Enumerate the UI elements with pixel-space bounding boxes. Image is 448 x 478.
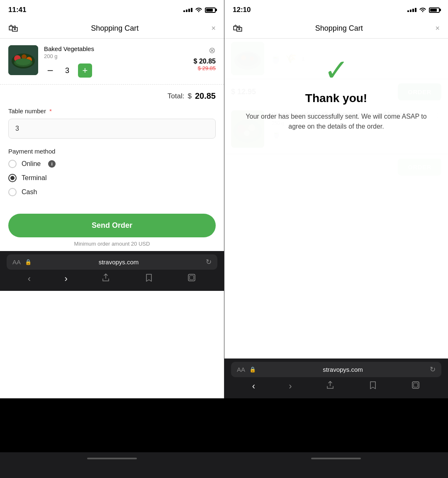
payment-online-label: Online: [22, 160, 41, 168]
home-indicator-right: [224, 452, 448, 465]
battery-icon: [205, 7, 216, 13]
table-number-input[interactable]: [8, 119, 216, 139]
svg-rect-21: [414, 383, 418, 387]
nav-share-left[interactable]: [101, 273, 110, 285]
nav-share-right[interactable]: [326, 380, 335, 392]
url-text-right[interactable]: stravopys.com: [260, 366, 426, 373]
item-thumbnail: [8, 45, 38, 75]
total-currency: $: [187, 92, 191, 100]
thank-you-title: Thank you!: [305, 92, 367, 105]
send-order-button[interactable]: Send Order: [8, 214, 216, 237]
item-weight: 200 g: [44, 53, 188, 59]
status-icons-right: [407, 7, 440, 13]
nav-forward-left[interactable]: ›: [65, 273, 68, 284]
nav-forward-right[interactable]: ›: [289, 381, 292, 392]
total-label: Total:: [168, 92, 185, 100]
cart-title-left: Shopping Cart: [91, 24, 139, 33]
home-bar-right: [311, 458, 361, 459]
svg-point-6: [16, 59, 31, 65]
browser-bar-right: AA 🔒 stravopys.com ↻ ‹ ›: [224, 358, 448, 398]
thank-you-modal: ✓ Thank you! Your order has been success…: [224, 39, 448, 358]
bag-icon: 🛍: [8, 22, 18, 34]
quantity-controls: − 3 +: [44, 63, 188, 78]
quantity-value: 3: [63, 66, 71, 75]
svg-rect-8: [190, 276, 194, 280]
radio-online[interactable]: [8, 160, 17, 168]
bag-icon-right: 🛍: [233, 22, 243, 34]
nav-back-right[interactable]: ‹: [252, 381, 255, 392]
lock-icon-right: 🔒: [249, 366, 256, 373]
payment-cash-label: Cash: [22, 188, 37, 196]
payment-label: Payment method: [8, 148, 216, 155]
item-name: Baked Vegetables: [44, 45, 188, 52]
signal-icon-right: [407, 8, 416, 12]
item-details: Baked Vegetables 200 g − 3 +: [44, 45, 188, 78]
cart-header-right: 🛍 Shopping Cart ×: [224, 18, 448, 39]
item-price-old: $ 29.85: [194, 65, 216, 71]
payment-option-cash[interactable]: Cash: [8, 188, 216, 196]
nav-tabs-left[interactable]: [187, 273, 196, 285]
total-amount: 20.85: [195, 91, 216, 101]
home-bar-left: [87, 458, 137, 459]
left-screen: 11:41 🛍 Shopping Cart ×: [0, 0, 224, 398]
info-icon: i: [48, 160, 56, 168]
url-text-left[interactable]: stravopys.com: [36, 259, 202, 266]
close-button-right[interactable]: ×: [435, 24, 440, 33]
nav-bookmarks-left[interactable]: [144, 273, 153, 285]
min-order-note: Minimum order amount 20 USD: [0, 241, 224, 251]
battery-icon-right: [429, 7, 440, 13]
nav-back-left[interactable]: ‹: [28, 273, 31, 284]
url-bar-right: AA 🔒 stravopys.com ↻: [231, 362, 441, 377]
status-icons-left: [183, 7, 216, 13]
item-prices: $ 20.85 $ 29.85: [194, 58, 216, 71]
cart-title-right: Shopping Cart: [315, 24, 363, 33]
payment-terminal-label: Terminal: [22, 174, 46, 182]
radio-terminal[interactable]: [8, 174, 17, 182]
table-number-section: Table number *: [0, 107, 224, 143]
remove-item-button[interactable]: ⊗: [209, 45, 216, 55]
signal-icon: [183, 8, 192, 12]
browser-nav-right: ‹ ›: [231, 380, 441, 392]
wifi-icon: [195, 7, 202, 13]
time-right: 12:10: [233, 6, 251, 14]
reload-button-right[interactable]: ↻: [430, 365, 436, 374]
payment-section: Payment method Online i Terminal Cash: [0, 143, 224, 207]
aa-button-left[interactable]: AA: [12, 259, 21, 266]
quantity-increase-button[interactable]: +: [78, 63, 92, 78]
nav-bookmarks-right[interactable]: [368, 380, 377, 392]
thank-you-text: Your order has been successfully sent. W…: [237, 112, 436, 132]
check-icon: ✓: [324, 55, 349, 85]
right-screen-inner: 🍵 🌾 1 $ 12.95 ORDER: [224, 39, 448, 358]
item-price-current: $ 20.85: [194, 58, 216, 65]
payment-option-online[interactable]: Online i: [8, 160, 216, 168]
radio-cash[interactable]: [8, 188, 17, 196]
total-row: Total: $ 20.85: [0, 85, 224, 107]
right-screen: 12:10 🛍 Shopping Cart ×: [224, 0, 448, 398]
nav-tabs-right[interactable]: [411, 380, 420, 392]
radio-terminal-fill: [10, 176, 15, 180]
browser-nav-left: ‹ ›: [7, 273, 217, 285]
status-bar-left: 11:41: [0, 0, 224, 18]
cart-header-left: 🛍 Shopping Cart ×: [0, 18, 224, 39]
quantity-decrease-button[interactable]: −: [44, 64, 56, 77]
table-number-label: Table number *: [8, 107, 216, 115]
payment-option-terminal[interactable]: Terminal: [8, 174, 216, 182]
url-bar-left: AA 🔒 stravopys.com ↻: [7, 254, 217, 270]
cart-item: Baked Vegetables 200 g − 3 + ⊗ $ 20.85 $…: [0, 39, 224, 85]
wifi-icon-right: [419, 7, 426, 13]
aa-button-right[interactable]: AA: [237, 366, 245, 373]
time-left: 11:41: [8, 6, 26, 14]
close-button-left[interactable]: ×: [211, 24, 216, 33]
home-indicator-left: [0, 452, 224, 465]
reload-button-left[interactable]: ↻: [206, 258, 212, 266]
item-image: [8, 45, 38, 75]
lock-icon-left: 🔒: [25, 259, 32, 265]
status-bar-right: 12:10: [224, 0, 448, 18]
browser-bar-left: AA 🔒 stravopys.com ↻ ‹ ›: [0, 251, 224, 291]
